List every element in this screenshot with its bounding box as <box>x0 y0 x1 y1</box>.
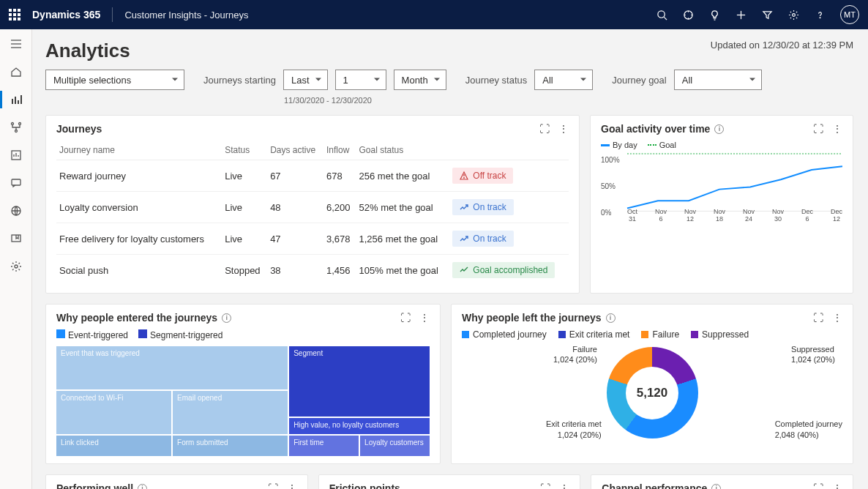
channel-performance-card: Channel performancei ⛶⋮ <box>591 474 853 489</box>
expand-icon[interactable]: ⛶ <box>813 482 823 489</box>
treemap-cell: Loyalty customers <box>360 436 430 449</box>
cell-days: 67 <box>267 160 323 192</box>
performing-well-title: Performing well <box>56 482 133 489</box>
svg-point-14 <box>11 123 13 125</box>
analytics-icon[interactable] <box>9 92 23 107</box>
legend-completed: Completed journey <box>473 329 547 340</box>
legend-swatch <box>648 144 656 146</box>
treemap-cell: Event that was triggered <box>56 346 288 360</box>
selector-dropdown[interactable]: Multiple selections <box>45 70 184 90</box>
gear-icon[interactable] <box>787 9 799 20</box>
filter-bar: Multiple selections Journeys starting La… <box>45 70 853 105</box>
cell-status: Live <box>222 223 267 255</box>
journeys-card: Journeys ⛶ ⋮ Journey name Status Days ac… <box>45 115 580 294</box>
channel-performance-title: Channel performance <box>602 482 707 489</box>
search-icon[interactable] <box>656 9 667 20</box>
help-icon[interactable] <box>814 9 826 20</box>
info-icon[interactable]: i <box>711 484 721 490</box>
more-icon[interactable]: ⋮ <box>559 482 569 489</box>
performing-well-card: Performing welli ⛶⋮ <box>45 474 308 489</box>
info-icon[interactable]: i <box>714 124 724 134</box>
legend-by-day: By day <box>613 141 637 149</box>
more-icon[interactable]: ⋮ <box>558 123 569 135</box>
expand-icon[interactable]: ⛶ <box>813 123 823 135</box>
cell-name: Loyalty conversion <box>56 192 222 223</box>
treemap-cell: Email opened <box>173 391 288 405</box>
date-range-label: 11/30/2020 - 12/30/2020 <box>284 96 446 105</box>
svg-point-6 <box>820 17 820 18</box>
svg-point-16 <box>15 130 17 132</box>
last-dropdown[interactable]: Last <box>283 70 328 90</box>
table-row[interactable]: Loyalty conversion Live 48 6,200 52% met… <box>56 192 569 223</box>
journey-status-label: Journey status <box>465 75 528 86</box>
friction-points-card: Friction points ⛶⋮ <box>318 474 581 489</box>
table-row[interactable]: Reward journey Live 67 678 256 met the g… <box>56 160 569 192</box>
journey-goal-dropdown[interactable]: All <box>674 70 762 90</box>
more-icon[interactable]: ⋮ <box>832 312 842 324</box>
unit-dropdown[interactable]: Month <box>394 70 446 90</box>
info-icon[interactable]: i <box>222 313 231 323</box>
home-icon[interactable] <box>9 64 23 79</box>
legend-swatch <box>601 144 610 146</box>
table-row[interactable]: Free delivery for loyalty customers Live… <box>56 223 569 255</box>
info-icon[interactable]: i <box>606 313 616 323</box>
target-icon[interactable] <box>682 9 694 20</box>
expand-icon[interactable]: ⛶ <box>540 482 550 489</box>
plus-icon[interactable] <box>735 9 747 20</box>
filter-icon[interactable] <box>761 9 773 20</box>
breadcrumb[interactable]: Customer Insights - Journeys <box>124 10 248 20</box>
expand-icon[interactable]: ⛶ <box>400 312 411 324</box>
donut-chart: Suppressed1,024 (20%) Failure1,024 (20%)… <box>462 347 842 438</box>
legend-swatch <box>641 331 648 338</box>
more-icon[interactable]: ⋮ <box>287 482 297 489</box>
bookmark-icon[interactable] <box>9 231 23 246</box>
friction-points-title: Friction points <box>329 482 400 489</box>
more-icon[interactable]: ⋮ <box>832 482 842 489</box>
journeys-icon[interactable] <box>9 120 23 135</box>
expand-icon[interactable]: ⛶ <box>813 312 823 324</box>
legend-swatch <box>558 331 566 338</box>
journey-goal-label: Journey goal <box>612 75 666 86</box>
treemap-cell: Link clicked <box>56 436 171 449</box>
goal-activity-title: Goal activity over time <box>601 123 710 135</box>
message-icon[interactable] <box>9 176 23 190</box>
info-icon[interactable]: i <box>138 484 147 490</box>
lightbulb-icon[interactable] <box>708 9 720 20</box>
more-icon[interactable]: ⋮ <box>419 312 430 324</box>
legend-swatch <box>462 331 469 338</box>
cell-days: 38 <box>267 255 323 286</box>
col-days: Days active <box>267 141 323 160</box>
settings-icon[interactable] <box>9 259 23 274</box>
x-tick: Oct31 <box>627 209 637 223</box>
x-tick: Dec6 <box>801 209 813 223</box>
status-pill: Off track <box>452 168 513 184</box>
globe-icon[interactable] <box>9 204 23 218</box>
left-title: Why people left the journeys <box>462 312 602 324</box>
left-card: Why people left the journeysi ⛶ ⋮ Comple… <box>451 304 853 464</box>
journeys-table: Journey name Status Days active Inflow G… <box>56 141 569 285</box>
menu-toggle-icon[interactable] <box>9 37 23 51</box>
report-icon[interactable] <box>9 148 23 163</box>
legend-segment: Segment-triggered <box>150 330 222 340</box>
count-dropdown[interactable]: 1 <box>335 70 386 90</box>
treemap-cell: Connected to Wi-Fi <box>56 391 171 405</box>
cell-goal: 105% met the goal <box>356 255 450 286</box>
expand-icon[interactable]: ⛶ <box>268 482 278 489</box>
avatar[interactable]: MT <box>840 5 859 24</box>
cell-inflow: 3,678 <box>323 223 356 255</box>
cell-days: 47 <box>267 223 323 255</box>
treemap-chart: Event that was triggered Connected to Wi… <box>56 346 430 456</box>
journey-status-dropdown[interactable]: All <box>534 70 593 90</box>
svg-point-15 <box>18 123 20 125</box>
legend-event: Event-triggered <box>68 330 128 340</box>
main-content: Analytics Updated on 12/30/20 at 12:39 P… <box>32 29 868 489</box>
app-launcher-icon[interactable] <box>9 9 20 20</box>
cell-status: Live <box>222 160 267 192</box>
cell-name: Free delivery for loyalty customers <box>56 223 222 255</box>
page-title: Analytics <box>45 40 130 62</box>
expand-icon[interactable]: ⛶ <box>539 123 550 135</box>
treemap-cell: First time <box>289 436 359 449</box>
table-row[interactable]: Social push Stopped 38 1,456 105% met th… <box>56 255 569 286</box>
entered-title: Why people entered the journeys <box>56 312 217 324</box>
more-icon[interactable]: ⋮ <box>832 123 842 135</box>
